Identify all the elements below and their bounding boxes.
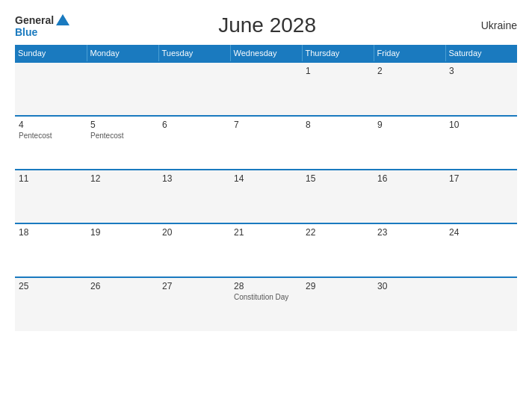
day-number: 7 (234, 120, 298, 130)
calendar-cell: 27 (158, 277, 230, 331)
calendar-cell: 20 (158, 223, 230, 277)
day-number: 3 (449, 66, 513, 76)
day-number: 28 (234, 281, 298, 291)
event-label: Constitution Day (234, 293, 298, 301)
calendar-cell: 25 (15, 277, 87, 331)
header-wednesday: Wednesday (230, 45, 302, 62)
header-thursday: Thursday (302, 45, 374, 62)
day-number: 22 (306, 227, 370, 238)
day-number: 6 (162, 120, 226, 130)
calendar-table: Sunday Monday Tuesday Wednesday Thursday… (15, 45, 517, 331)
calendar-cell: 2 (374, 62, 445, 116)
header: General Blue June 2028 Ukraine (15, 13, 517, 37)
day-number: 14 (234, 173, 298, 184)
calendar-cell (445, 277, 517, 331)
header-sunday: Sunday (15, 45, 87, 62)
calendar-cell (158, 62, 230, 116)
calendar-cell: 5Pentecost (87, 116, 158, 170)
calendar-cell: 13 (158, 170, 230, 223)
calendar-cell: 3 (445, 62, 517, 116)
calendar-cell: 9 (374, 116, 445, 170)
event-label: Pentecost (19, 132, 83, 140)
calendar-week-row: 11121314151617 (15, 170, 517, 223)
calendar-cell: 16 (374, 170, 445, 223)
day-number: 13 (162, 173, 226, 184)
calendar-page: General Blue June 2028 Ukraine Sunday Mo… (0, 0, 532, 411)
day-number: 19 (90, 227, 155, 238)
day-number: 2 (377, 66, 442, 76)
header-tuesday: Tuesday (158, 45, 230, 62)
country-label: Ukraine (465, 19, 517, 31)
calendar-cell: 26 (87, 277, 158, 331)
day-number: 17 (449, 173, 513, 184)
calendar-cell: 4Pentecost (15, 116, 87, 170)
day-number: 16 (377, 173, 442, 184)
header-friday: Friday (374, 45, 445, 62)
logo: General Blue (15, 14, 69, 37)
calendar-cell: 17 (445, 170, 517, 223)
day-number: 5 (90, 120, 155, 130)
header-monday: Monday (87, 45, 158, 62)
calendar-week-row: 18192021222324 (15, 223, 517, 277)
day-number: 15 (306, 173, 370, 184)
day-number: 18 (19, 227, 83, 238)
calendar-title: June 2028 (69, 13, 465, 37)
day-number: 9 (377, 120, 442, 130)
calendar-cell: 1 (302, 62, 374, 116)
calendar-cell: 7 (230, 116, 302, 170)
logo-blue-text: Blue (15, 27, 37, 37)
calendar-cell: 6 (158, 116, 230, 170)
day-number: 24 (449, 227, 513, 238)
calendar-week-row: 4Pentecost5Pentecost678910 (15, 116, 517, 170)
day-number: 21 (234, 227, 298, 238)
calendar-cell: 18 (15, 223, 87, 277)
header-saturday: Saturday (445, 45, 517, 62)
day-number: 23 (377, 227, 442, 238)
day-number: 12 (90, 173, 155, 184)
calendar-cell: 21 (230, 223, 302, 277)
day-number: 10 (449, 120, 513, 130)
calendar-cell (87, 62, 158, 116)
calendar-cell: 23 (374, 223, 445, 277)
logo-general-text: General (15, 15, 54, 25)
day-number: 26 (90, 281, 155, 291)
calendar-cell (230, 62, 302, 116)
calendar-cell (15, 62, 87, 116)
calendar-cell: 11 (15, 170, 87, 223)
day-number: 27 (162, 281, 226, 291)
calendar-cell: 29 (302, 277, 374, 331)
calendar-cell: 19 (87, 223, 158, 277)
day-number: 1 (306, 66, 370, 76)
day-number: 11 (19, 173, 83, 184)
day-number: 20 (162, 227, 226, 238)
event-label: Pentecost (90, 132, 155, 140)
day-number: 8 (306, 120, 370, 130)
calendar-cell: 28Constitution Day (230, 277, 302, 331)
weekday-header-row: Sunday Monday Tuesday Wednesday Thursday… (15, 45, 517, 62)
calendar-week-row: 123 (15, 62, 517, 116)
calendar-cell: 15 (302, 170, 374, 223)
calendar-cell: 30 (374, 277, 445, 331)
calendar-cell: 8 (302, 116, 374, 170)
day-number: 25 (19, 281, 83, 291)
calendar-cell: 14 (230, 170, 302, 223)
calendar-cell: 22 (302, 223, 374, 277)
day-number: 29 (306, 281, 370, 291)
day-number: 30 (377, 281, 442, 291)
calendar-cell: 12 (87, 170, 158, 223)
calendar-cell: 24 (445, 223, 517, 277)
logo-triangle-icon (56, 14, 69, 25)
day-number: 4 (19, 120, 83, 130)
calendar-cell: 10 (445, 116, 517, 170)
calendar-week-row: 25262728Constitution Day2930 (15, 277, 517, 331)
